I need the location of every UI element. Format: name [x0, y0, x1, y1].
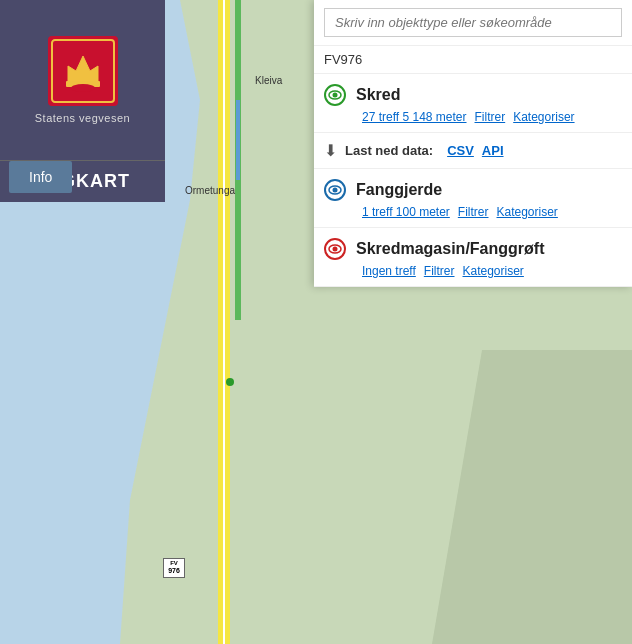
main-road-line [223, 0, 225, 644]
logo-emblem [48, 36, 118, 106]
svg-point-13 [333, 247, 338, 252]
skredmagasin-filter[interactable]: Filtrer [424, 264, 455, 278]
fanggjerde-hits[interactable]: 1 treff 100 meter [362, 205, 450, 219]
search-bar [314, 0, 632, 46]
eye-icon-green [324, 84, 346, 106]
kleiva-label: Kleiva [255, 75, 282, 86]
skred-title: Skred [356, 86, 400, 104]
skred-filter[interactable]: Filtrer [475, 110, 506, 124]
data-item-skred: Skred 27 treff 5 148 meter Filtrer Kateg… [314, 74, 632, 133]
download-csv[interactable]: CSV [447, 143, 474, 158]
search-input[interactable] [324, 8, 622, 37]
map-marker-green [226, 378, 234, 386]
right-panel: FV976 Skred 27 treff 5 148 meter Filtrer… [314, 0, 632, 287]
svg-point-7 [333, 93, 338, 98]
svg-point-4 [71, 84, 95, 92]
svg-point-10 [333, 188, 338, 193]
skredmagasin-title: Skredmagasin/Fanggrøft [356, 240, 544, 258]
road-marker-box: FV 976 [163, 558, 185, 578]
logo-box: Statens vegvesen [0, 0, 165, 160]
download-icon: ⬇ [324, 141, 337, 160]
data-item-fanggjerde: Fanggjerde 1 treff 100 meter Filtrer Kat… [314, 169, 632, 228]
route-value: FV976 [324, 52, 362, 67]
download-api[interactable]: API [482, 143, 504, 158]
skredmagasin-hits[interactable]: Ingen treff [362, 264, 416, 278]
road-blue-segment [236, 100, 240, 180]
data-item-skredmagasin: Skredmagasin/Fanggrøft Ingen treff Filtr… [314, 228, 632, 287]
download-bar: ⬇ Last ned data: CSV API [314, 133, 632, 169]
info-button[interactable]: Info [9, 161, 72, 193]
eye-icon-red [324, 238, 346, 260]
logo-text: Statens vegvesen [35, 112, 130, 124]
eye-icon-blue [324, 179, 346, 201]
skredmagasin-categorise[interactable]: Kategoriser [463, 264, 524, 278]
fanggjerde-title: Fanggjerde [356, 181, 442, 199]
fanggjerde-filter[interactable]: Filtrer [458, 205, 489, 219]
skred-categorise[interactable]: Kategoriser [513, 110, 574, 124]
download-label: Last ned data: [345, 143, 433, 158]
ormetunga-label: Ormetunga [185, 185, 235, 196]
route-bar: FV976 [314, 46, 632, 74]
fanggjerde-categorise[interactable]: Kategoriser [497, 205, 558, 219]
skred-hits[interactable]: 27 treff 5 148 meter [362, 110, 467, 124]
